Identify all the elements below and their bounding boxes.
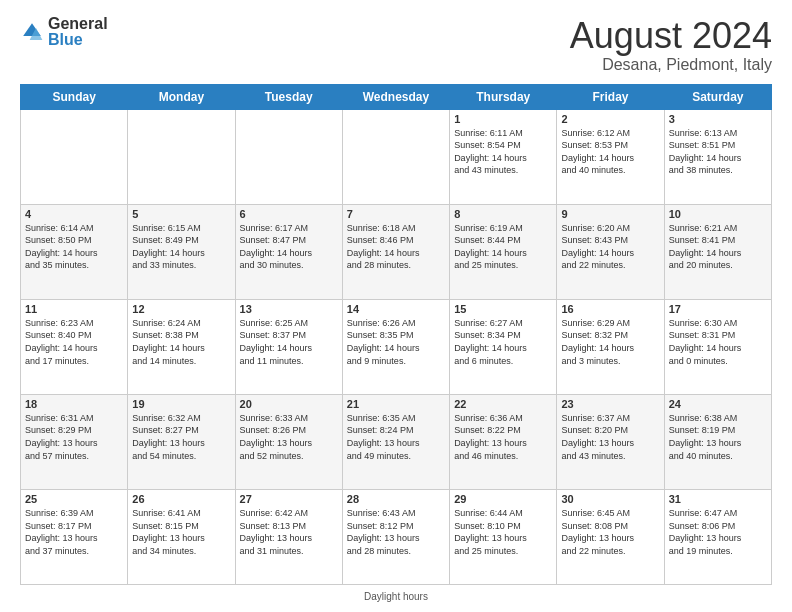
calendar-cell: 22Sunrise: 6:36 AM Sunset: 8:22 PM Dayli… — [450, 394, 557, 489]
day-info: Sunrise: 6:14 AM Sunset: 8:50 PM Dayligh… — [25, 222, 123, 272]
day-number: 18 — [25, 398, 123, 410]
calendar-cell: 27Sunrise: 6:42 AM Sunset: 8:13 PM Dayli… — [235, 489, 342, 584]
calendar-cell: 7Sunrise: 6:18 AM Sunset: 8:46 PM Daylig… — [342, 204, 449, 299]
day-info: Sunrise: 6:24 AM Sunset: 8:38 PM Dayligh… — [132, 317, 230, 367]
day-info: Sunrise: 6:31 AM Sunset: 8:29 PM Dayligh… — [25, 412, 123, 462]
day-info: Sunrise: 6:47 AM Sunset: 8:06 PM Dayligh… — [669, 507, 767, 557]
calendar-cell: 17Sunrise: 6:30 AM Sunset: 8:31 PM Dayli… — [664, 299, 771, 394]
week-row: 11Sunrise: 6:23 AM Sunset: 8:40 PM Dayli… — [21, 299, 772, 394]
calendar-cell: 21Sunrise: 6:35 AM Sunset: 8:24 PM Dayli… — [342, 394, 449, 489]
day-number: 11 — [25, 303, 123, 315]
calendar-cell: 6Sunrise: 6:17 AM Sunset: 8:47 PM Daylig… — [235, 204, 342, 299]
day-info: Sunrise: 6:42 AM Sunset: 8:13 PM Dayligh… — [240, 507, 338, 557]
logo-general: General — [48, 16, 108, 32]
day-number: 1 — [454, 113, 552, 125]
day-number: 14 — [347, 303, 445, 315]
weekday-header: Wednesday — [342, 84, 449, 109]
day-info: Sunrise: 6:29 AM Sunset: 8:32 PM Dayligh… — [561, 317, 659, 367]
day-info: Sunrise: 6:25 AM Sunset: 8:37 PM Dayligh… — [240, 317, 338, 367]
day-number: 31 — [669, 493, 767, 505]
calendar-cell: 31Sunrise: 6:47 AM Sunset: 8:06 PM Dayli… — [664, 489, 771, 584]
day-number: 19 — [132, 398, 230, 410]
logo: General Blue — [20, 16, 108, 48]
weekday-header: Sunday — [21, 84, 128, 109]
calendar-cell: 29Sunrise: 6:44 AM Sunset: 8:10 PM Dayli… — [450, 489, 557, 584]
day-number: 2 — [561, 113, 659, 125]
day-info: Sunrise: 6:12 AM Sunset: 8:53 PM Dayligh… — [561, 127, 659, 177]
day-number: 21 — [347, 398, 445, 410]
day-number: 15 — [454, 303, 552, 315]
footer-note: Daylight hours — [20, 591, 772, 602]
calendar-cell: 25Sunrise: 6:39 AM Sunset: 8:17 PM Dayli… — [21, 489, 128, 584]
day-number: 8 — [454, 208, 552, 220]
day-number: 27 — [240, 493, 338, 505]
day-info: Sunrise: 6:33 AM Sunset: 8:26 PM Dayligh… — [240, 412, 338, 462]
day-info: Sunrise: 6:21 AM Sunset: 8:41 PM Dayligh… — [669, 222, 767, 272]
day-number: 6 — [240, 208, 338, 220]
day-number: 28 — [347, 493, 445, 505]
day-info: Sunrise: 6:38 AM Sunset: 8:19 PM Dayligh… — [669, 412, 767, 462]
day-number: 13 — [240, 303, 338, 315]
calendar-cell: 4Sunrise: 6:14 AM Sunset: 8:50 PM Daylig… — [21, 204, 128, 299]
day-number: 12 — [132, 303, 230, 315]
calendar-table: SundayMondayTuesdayWednesdayThursdayFrid… — [20, 84, 772, 585]
day-number: 10 — [669, 208, 767, 220]
weekday-header: Saturday — [664, 84, 771, 109]
day-number: 23 — [561, 398, 659, 410]
day-number: 26 — [132, 493, 230, 505]
weekday-header: Thursday — [450, 84, 557, 109]
header: General Blue August 2024 Desana, Piedmon… — [20, 16, 772, 74]
day-info: Sunrise: 6:15 AM Sunset: 8:49 PM Dayligh… — [132, 222, 230, 272]
day-info: Sunrise: 6:35 AM Sunset: 8:24 PM Dayligh… — [347, 412, 445, 462]
week-row: 18Sunrise: 6:31 AM Sunset: 8:29 PM Dayli… — [21, 394, 772, 489]
day-number: 3 — [669, 113, 767, 125]
day-number: 4 — [25, 208, 123, 220]
day-info: Sunrise: 6:36 AM Sunset: 8:22 PM Dayligh… — [454, 412, 552, 462]
calendar-cell: 3Sunrise: 6:13 AM Sunset: 8:51 PM Daylig… — [664, 109, 771, 204]
day-info: Sunrise: 6:19 AM Sunset: 8:44 PM Dayligh… — [454, 222, 552, 272]
calendar-cell: 8Sunrise: 6:19 AM Sunset: 8:44 PM Daylig… — [450, 204, 557, 299]
calendar-cell: 18Sunrise: 6:31 AM Sunset: 8:29 PM Dayli… — [21, 394, 128, 489]
day-number: 16 — [561, 303, 659, 315]
month-title: August 2024 — [570, 16, 772, 56]
day-info: Sunrise: 6:30 AM Sunset: 8:31 PM Dayligh… — [669, 317, 767, 367]
week-row: 4Sunrise: 6:14 AM Sunset: 8:50 PM Daylig… — [21, 204, 772, 299]
day-info: Sunrise: 6:44 AM Sunset: 8:10 PM Dayligh… — [454, 507, 552, 557]
day-number: 30 — [561, 493, 659, 505]
calendar-cell: 11Sunrise: 6:23 AM Sunset: 8:40 PM Dayli… — [21, 299, 128, 394]
day-info: Sunrise: 6:37 AM Sunset: 8:20 PM Dayligh… — [561, 412, 659, 462]
day-info: Sunrise: 6:27 AM Sunset: 8:34 PM Dayligh… — [454, 317, 552, 367]
logo-blue: Blue — [48, 32, 108, 48]
day-number: 5 — [132, 208, 230, 220]
calendar-cell: 14Sunrise: 6:26 AM Sunset: 8:35 PM Dayli… — [342, 299, 449, 394]
day-number: 29 — [454, 493, 552, 505]
logo-icon — [20, 20, 44, 44]
week-row: 1Sunrise: 6:11 AM Sunset: 8:54 PM Daylig… — [21, 109, 772, 204]
calendar-cell: 24Sunrise: 6:38 AM Sunset: 8:19 PM Dayli… — [664, 394, 771, 489]
title-block: August 2024 Desana, Piedmont, Italy — [570, 16, 772, 74]
weekday-header: Tuesday — [235, 84, 342, 109]
week-row: 25Sunrise: 6:39 AM Sunset: 8:17 PM Dayli… — [21, 489, 772, 584]
location-title: Desana, Piedmont, Italy — [570, 56, 772, 74]
calendar-cell: 19Sunrise: 6:32 AM Sunset: 8:27 PM Dayli… — [128, 394, 235, 489]
calendar-cell: 15Sunrise: 6:27 AM Sunset: 8:34 PM Dayli… — [450, 299, 557, 394]
day-info: Sunrise: 6:41 AM Sunset: 8:15 PM Dayligh… — [132, 507, 230, 557]
day-number: 25 — [25, 493, 123, 505]
calendar-cell — [21, 109, 128, 204]
weekday-header: Monday — [128, 84, 235, 109]
calendar-cell: 28Sunrise: 6:43 AM Sunset: 8:12 PM Dayli… — [342, 489, 449, 584]
weekday-header: Friday — [557, 84, 664, 109]
day-number: 7 — [347, 208, 445, 220]
day-info: Sunrise: 6:26 AM Sunset: 8:35 PM Dayligh… — [347, 317, 445, 367]
day-info: Sunrise: 6:43 AM Sunset: 8:12 PM Dayligh… — [347, 507, 445, 557]
day-number: 9 — [561, 208, 659, 220]
day-number: 17 — [669, 303, 767, 315]
calendar-cell — [342, 109, 449, 204]
day-info: Sunrise: 6:11 AM Sunset: 8:54 PM Dayligh… — [454, 127, 552, 177]
day-number: 20 — [240, 398, 338, 410]
day-info: Sunrise: 6:17 AM Sunset: 8:47 PM Dayligh… — [240, 222, 338, 272]
calendar-cell — [128, 109, 235, 204]
weekday-header-row: SundayMondayTuesdayWednesdayThursdayFrid… — [21, 84, 772, 109]
calendar-cell: 20Sunrise: 6:33 AM Sunset: 8:26 PM Dayli… — [235, 394, 342, 489]
calendar-cell: 1Sunrise: 6:11 AM Sunset: 8:54 PM Daylig… — [450, 109, 557, 204]
